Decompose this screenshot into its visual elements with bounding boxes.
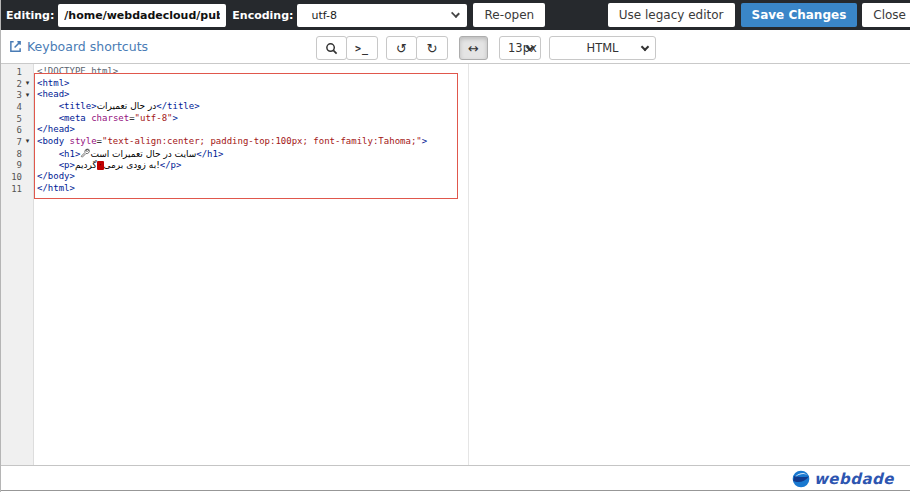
code-line[interactable]: <title>در حال تعمیرات</title> xyxy=(37,101,910,113)
line-number[interactable]: 4 xyxy=(1,101,33,113)
brand-name: webdade xyxy=(814,470,894,488)
horizontal-arrow-icon: ↔ xyxy=(468,41,479,56)
top-bar: Editing: Encoding: utf-8 Re-open Use leg… xyxy=(1,0,910,30)
line-number[interactable]: 10 xyxy=(1,171,33,183)
fold-caret-icon[interactable]: ▾ xyxy=(22,80,33,87)
code-token: "text-align:center; padding-top:100px; f… xyxy=(102,136,422,146)
code-token: <html> xyxy=(37,78,70,88)
code-line[interactable]: </body> xyxy=(37,171,910,183)
editor-toolbar: Keyboard shortcuts >_ ↺ ↻ ↔ 13px HTML xyxy=(1,30,910,64)
code-token xyxy=(37,113,59,123)
fold-caret-icon[interactable]: ▾ xyxy=(22,138,33,145)
line-number[interactable]: 5 xyxy=(1,113,33,125)
code-token: به زودی برمی xyxy=(104,160,157,170)
use-legacy-editor-button[interactable]: Use legacy editor xyxy=(608,3,735,27)
file-editor-window: Editing: Encoding: utf-8 Re-open Use leg… xyxy=(0,0,910,492)
undo-button[interactable]: ↺ xyxy=(386,36,417,60)
search-icon xyxy=(325,42,338,55)
code-token: <body xyxy=(37,136,64,146)
code-token: در حال تعمیرات xyxy=(97,101,157,111)
webdade-logo-icon xyxy=(791,469,811,489)
fold-caret-icon[interactable]: ▾ xyxy=(22,92,33,99)
encoding-label: Encoding: xyxy=(232,9,293,22)
code-line[interactable]: <!DOCTYPE html> xyxy=(37,66,910,78)
syntax-mode-value: HTML xyxy=(586,41,618,55)
code-token: </title> xyxy=(156,101,199,111)
code-token: </body> xyxy=(37,171,75,181)
code-line[interactable]: <head> xyxy=(37,89,910,101)
syntax-mode-select[interactable]: HTML xyxy=(549,36,656,60)
chevron-down-icon xyxy=(452,9,461,18)
encoding-value: utf-8 xyxy=(311,9,337,22)
close-button[interactable]: Close xyxy=(862,3,910,27)
line-number[interactable]: 7▾ xyxy=(1,136,33,148)
line-number[interactable]: 2▾ xyxy=(1,78,33,90)
word-wrap-toggle[interactable]: ↔ xyxy=(459,36,488,60)
code-token: <meta xyxy=(59,113,86,123)
code-line[interactable]: <h1>سایت در حال تعمیرات است</h1> xyxy=(37,148,910,160)
code-token: <title> xyxy=(59,101,97,111)
redo-button[interactable]: ↻ xyxy=(416,36,448,60)
code-token: سایت در حال تعمیرات است xyxy=(90,149,196,159)
search-button[interactable] xyxy=(316,36,347,60)
code-line[interactable]: <p>به زودی برمی·گردیم!</p> xyxy=(37,160,910,172)
line-number[interactable]: 1 xyxy=(1,66,33,78)
code-editor[interactable]: 12▾3▾4567▾891011 <!DOCTYPE html><html><h… xyxy=(1,64,910,465)
reopen-button[interactable]: Re-open xyxy=(473,3,545,27)
code-token: <p> xyxy=(59,160,75,170)
code-line[interactable]: <meta charset="utf-8"> xyxy=(37,113,910,125)
line-number[interactable]: 8 xyxy=(1,148,33,160)
chevron-down-icon xyxy=(641,43,649,51)
code-token: "utf-8" xyxy=(135,113,173,123)
keyboard-shortcuts-link[interactable]: Keyboard shortcuts xyxy=(9,39,148,54)
edit-box-icon xyxy=(9,40,22,53)
code-token: <head> xyxy=(37,89,70,99)
code-token xyxy=(37,149,59,159)
terminal-button[interactable]: >_ xyxy=(346,36,378,60)
editing-label: Editing: xyxy=(6,9,54,22)
code-lines[interactable]: <!DOCTYPE html><html><head> <title>در حا… xyxy=(35,64,910,465)
encoding-select[interactable]: utf-8 xyxy=(297,4,467,27)
code-token: </html> xyxy=(37,183,75,193)
redo-icon: ↻ xyxy=(427,41,438,56)
code-token: > xyxy=(173,113,178,123)
code-token: </p> xyxy=(160,160,182,170)
save-changes-button[interactable]: Save Changes xyxy=(741,3,858,27)
code-token: > xyxy=(422,136,427,146)
code-line[interactable]: <body style="text-align:center; padding-… xyxy=(37,136,910,148)
code-token xyxy=(37,160,59,170)
code-token: </head> xyxy=(37,124,75,134)
line-number[interactable]: 11 xyxy=(1,183,33,195)
font-size-select[interactable]: 13px xyxy=(499,36,541,60)
keyboard-shortcuts-label: Keyboard shortcuts xyxy=(27,39,148,54)
line-number[interactable]: 9 xyxy=(1,160,33,172)
code-line[interactable]: <html> xyxy=(37,78,910,90)
file-path-input[interactable] xyxy=(58,4,226,27)
undo-icon: ↺ xyxy=(396,41,407,56)
terminal-icon: >_ xyxy=(355,43,369,54)
code-token: <h1> xyxy=(59,149,81,159)
line-number[interactable]: 6 xyxy=(1,124,33,136)
footer: webdade xyxy=(1,465,910,491)
code-token xyxy=(37,101,59,111)
code-token: </h1> xyxy=(196,149,223,159)
code-token: <!DOCTYPE html> xyxy=(37,66,118,76)
webdade-logo: webdade xyxy=(791,469,894,489)
code-line[interactable]: </head> xyxy=(37,124,910,136)
line-number[interactable]: 3▾ xyxy=(1,89,33,101)
code-token: charset xyxy=(91,113,129,123)
zwnj-marker: · xyxy=(97,161,104,170)
wrench-icon xyxy=(80,149,90,159)
print-margin-ruler xyxy=(468,64,469,465)
code-line[interactable]: </html> xyxy=(37,183,910,195)
code-token: style xyxy=(70,136,97,146)
gutter: 12▾3▾4567▾891011 xyxy=(1,64,34,465)
